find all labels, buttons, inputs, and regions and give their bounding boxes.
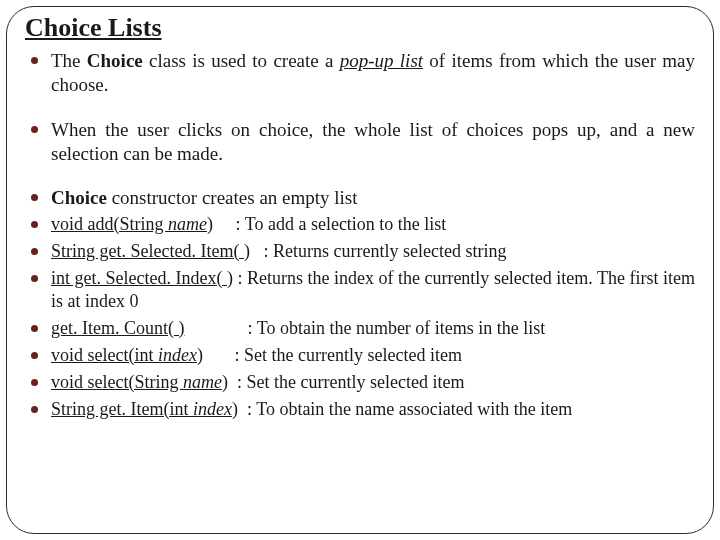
- text: When the user clicks on choice, the whol…: [51, 119, 695, 164]
- text: void add(String: [51, 214, 168, 234]
- text: void select(int: [51, 345, 158, 365]
- arg: index: [158, 345, 197, 365]
- desc: : Returns currently selected string: [250, 241, 506, 261]
- sig: get. Item. Count( ): [51, 318, 184, 338]
- italic-underline-text: pop-up list: [340, 50, 423, 71]
- bullet-1: The Choice class is used to create a pop…: [25, 49, 695, 98]
- slide-frame: Choice Lists The Choice class is used to…: [6, 6, 714, 534]
- bold-text: Choice: [51, 187, 107, 208]
- bullet-3: Choice constructor creates an empty list: [25, 186, 695, 210]
- sig: int get. Selected. Index( ): [51, 268, 233, 288]
- method-item: String get. Item(int index) : To obtain …: [25, 398, 695, 421]
- text: The: [51, 50, 87, 71]
- main-list: The Choice class is used to create a pop…: [25, 49, 695, 211]
- text: void select(String: [51, 372, 183, 392]
- desc: : Set the currently selected item: [228, 372, 464, 392]
- desc: : To add a selection to the list: [213, 214, 446, 234]
- desc: : To obtain the name associated with the…: [238, 399, 572, 419]
- method-item: String get. Selected. Item( ) : Returns …: [25, 240, 695, 263]
- method-item: get. Item. Count( ) : To obtain the numb…: [25, 317, 695, 340]
- method-item: int get. Selected. Index( ) : Returns th…: [25, 267, 695, 313]
- method-list: void add(String name) : To add a selecti…: [25, 213, 695, 421]
- arg: index: [193, 399, 232, 419]
- text: class is used to create a: [143, 50, 340, 71]
- slide-title: Choice Lists: [25, 13, 695, 43]
- bold-text: Choice: [87, 50, 143, 71]
- desc: : To obtain the number of items in the l…: [184, 318, 545, 338]
- arg: name: [168, 214, 207, 234]
- arg: name: [183, 372, 222, 392]
- bullet-2: When the user clicks on choice, the whol…: [25, 118, 695, 167]
- method-item: void select(int index) : Set the current…: [25, 344, 695, 367]
- method-item: void select(String name) : Set the curre…: [25, 371, 695, 394]
- method-item: void add(String name) : To add a selecti…: [25, 213, 695, 236]
- sig: String get. Selected. Item( ): [51, 241, 250, 261]
- desc: : Set the currently selected item: [203, 345, 462, 365]
- text: constructor creates an empty list: [107, 187, 358, 208]
- text: String get. Item(int: [51, 399, 193, 419]
